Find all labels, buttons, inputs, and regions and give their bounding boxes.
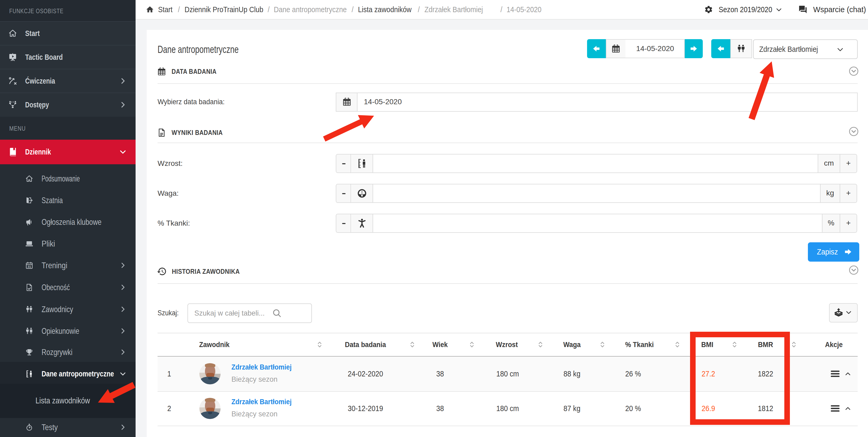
svg-text:31: 31: [28, 265, 31, 268]
